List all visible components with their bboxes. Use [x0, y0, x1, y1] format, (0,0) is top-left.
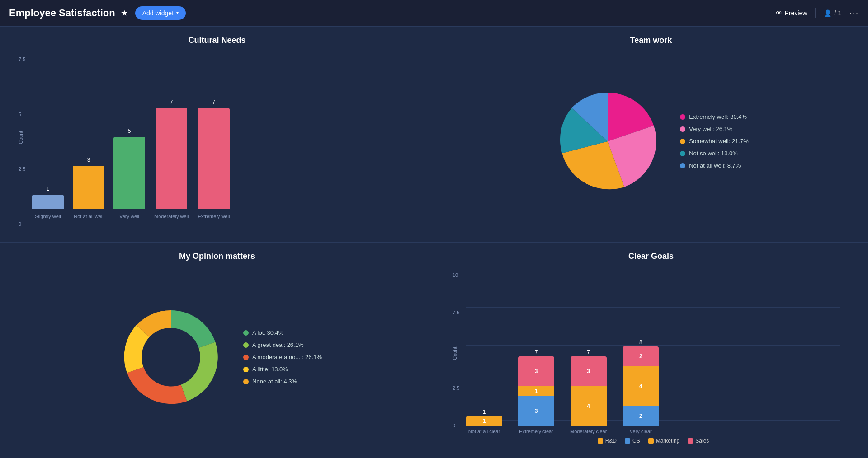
- cultural-needs-title: Cultural Needs: [188, 36, 245, 45]
- stack-segment-cs: 3: [518, 396, 554, 426]
- clear-goals-title: Clear Goals: [628, 252, 674, 261]
- stacked-bar-moderately-clear: 7 4 3 Moderately clear: [570, 349, 607, 434]
- stack-segment-cs: 2: [623, 406, 659, 426]
- legend-not-at-all-well: Not at all well: 8.7%: [680, 162, 749, 169]
- legend-item-cs: CS: [625, 438, 640, 444]
- pie-chart-svg: [553, 87, 662, 196]
- clear-goals-legend: R&D CS Marketing Sales: [466, 438, 840, 444]
- bar-slightly-well: [32, 195, 64, 209]
- legend-dot: [680, 126, 685, 132]
- bar-group-not-at-all-well: 3 Not at all well: [73, 157, 104, 219]
- legend-none: None at all: 4.3%: [243, 378, 322, 385]
- legend-dot: [680, 151, 685, 156]
- preview-button[interactable]: 👁 Preview: [776, 9, 807, 17]
- legend-square: [648, 438, 654, 444]
- legend-square: [625, 438, 630, 444]
- dashboard: Cultural Needs Count 0 2.5 5 7.5 1 Sligh…: [0, 26, 868, 458]
- stacked-bar: 4 3: [571, 356, 607, 426]
- cultural-needs-chart: Count 0 2.5 5 7.5 1 Slightly well 3 Not …: [9, 50, 425, 233]
- stack-segment-rd: 1: [466, 416, 502, 426]
- legend-somewhat-well: Somewhat well: 21.7%: [680, 138, 749, 145]
- stacked-bars-wrapper: 0 2.5 5 7.5 10 1 1 Not at all clear: [466, 270, 840, 434]
- legend-a-little: A little: 13.0%: [243, 366, 322, 373]
- team-work-title: Team work: [630, 36, 672, 45]
- legend-dot: [680, 163, 685, 168]
- legend-item-rd: R&D: [598, 438, 617, 444]
- team-work-widget: Team work: [434, 26, 868, 242]
- legend-great-deal: A great deal: 26.1%: [243, 341, 322, 348]
- my-opinion-title: My Opinion matters: [179, 252, 255, 261]
- legend-extremely-well: Extremely well: 30.4%: [680, 113, 749, 120]
- my-opinion-widget: My Opinion matters: [0, 242, 434, 458]
- stacked-bar-not-at-all-clear: 1 1 Not at all clear: [466, 409, 502, 434]
- bars-container: 1 Slightly well 3 Not at all well 5 Very…: [32, 54, 406, 219]
- stacked-bar-extremely-clear: 7 3 1 3 Extremely clear: [518, 349, 554, 434]
- preview-label: Preview: [785, 9, 807, 17]
- chevron-down-icon: ▾: [176, 10, 179, 15]
- add-widget-label: Add widget: [142, 9, 174, 17]
- more-options-button[interactable]: ···: [849, 8, 859, 18]
- stacked-bar: 2 4 2: [623, 346, 659, 426]
- legend-dot: [243, 330, 249, 336]
- stack-segment-marketing: 1: [518, 386, 554, 396]
- user-icon: 👤: [824, 9, 831, 17]
- legend-item-marketing: Marketing: [648, 438, 680, 444]
- legend-a-lot: A lot: 30.4%: [243, 329, 322, 336]
- add-widget-button[interactable]: Add widget ▾: [135, 6, 186, 20]
- bar-group-moderately-well: 7 Moderately well: [154, 99, 189, 219]
- stack-segment-marketing: 4: [571, 386, 607, 426]
- legend-dot: [243, 379, 249, 384]
- legend-dot: [680, 139, 685, 144]
- stacked-bar: 1: [466, 416, 502, 426]
- user-count-label: / 1: [834, 9, 841, 17]
- header-divider: [815, 8, 816, 18]
- legend-item-sales: Sales: [688, 438, 709, 444]
- stack-segment-sales: 3: [571, 356, 607, 386]
- legend-dot: [243, 367, 249, 372]
- team-work-chart: Extremely well: 30.4% Very well: 26.1% S…: [443, 50, 859, 233]
- my-opinion-legend: A lot: 30.4% A great deal: 26.1% A moder…: [243, 329, 322, 385]
- bar-group-very-well: 5 Very well: [113, 128, 145, 219]
- legend-dot: [243, 355, 249, 360]
- legend-square: [688, 438, 693, 444]
- legend-dot: [243, 342, 249, 348]
- user-count: 👤 / 1: [824, 9, 841, 17]
- legend-very-well: Very well: 26.1%: [680, 126, 749, 132]
- stacked-bar-very-clear: 8 2 4 2 Very clear: [623, 339, 659, 434]
- stack-segment-sales: 2: [623, 346, 659, 366]
- clear-goals-chart: Count 0 2.5 5 7.5 10 1 1: [443, 266, 859, 449]
- stack-segment-sales: 3: [518, 356, 554, 386]
- header: Employee Satisfaction ★ Add widget ▾ 👁 P…: [0, 0, 868, 26]
- stack-segment-marketing: 4: [623, 366, 659, 406]
- y-axis-label: Count: [18, 131, 24, 144]
- clear-goals-widget: Clear Goals Count 0 2.5 5 7.5 10 1: [434, 242, 868, 458]
- bar-extremely-well: [198, 108, 230, 209]
- star-icon[interactable]: ★: [121, 8, 128, 18]
- bar-not-at-all-well: [73, 166, 104, 209]
- stacked-bar: 3 1 3: [518, 356, 554, 426]
- team-work-legend: Extremely well: 30.4% Very well: 26.1% S…: [680, 113, 749, 169]
- legend-moderate: A moderate amo... : 26.1%: [243, 354, 322, 360]
- page-title: Employee Satisfaction: [9, 7, 115, 19]
- bar-group-extremely-well: 7 Extremely well: [198, 99, 230, 219]
- legend-square: [598, 438, 603, 444]
- legend-not-so-well: Not so well: 13.0%: [680, 150, 749, 157]
- legend-dot: [680, 114, 685, 120]
- cultural-needs-widget: Cultural Needs Count 0 2.5 5 7.5 1 Sligh…: [0, 26, 434, 242]
- eye-icon: 👁: [776, 9, 782, 17]
- bar-group-slightly-well: 1 Slightly well: [32, 186, 64, 219]
- bar-moderately-well: [156, 108, 187, 209]
- my-opinion-chart: A lot: 30.4% A great deal: 26.1% A moder…: [9, 266, 425, 449]
- header-right: 👁 Preview 👤 / 1 ···: [776, 8, 859, 18]
- donut-chart-svg: [112, 299, 230, 416]
- bar-very-well: [113, 137, 145, 209]
- stacked-bars-row: 1 1 Not at all clear 7 3 1 3: [466, 270, 659, 434]
